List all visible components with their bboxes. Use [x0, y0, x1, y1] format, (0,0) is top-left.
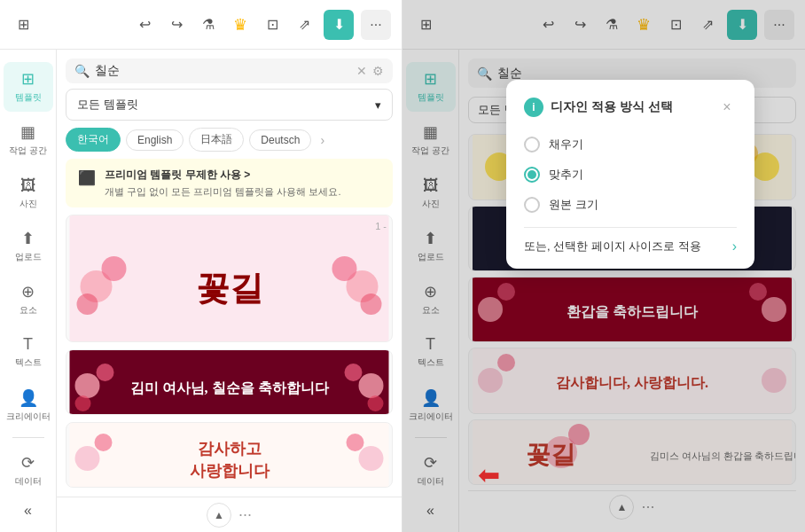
sidebar-item-creator[interactable]: 👤 크리에이터: [4, 380, 53, 430]
scroll-up-button[interactable]: ▲: [207, 503, 231, 528]
svg-point-17: [75, 446, 100, 471]
dropdown-label: 모든 템플릿: [77, 97, 138, 113]
sidebar-item-data[interactable]: ⟳ 데이터: [4, 445, 53, 495]
svg-point-5: [332, 256, 357, 281]
sidebar-label-photo: 사진: [20, 198, 37, 210]
collapse-sidebar-button[interactable]: «: [16, 498, 41, 523]
svg-point-6: [361, 293, 382, 315]
svg-point-20: [347, 434, 364, 451]
svg-point-11: [75, 395, 91, 411]
sidebar-item-photo[interactable]: 🖼 사진: [4, 168, 53, 218]
search-icon: 🔍: [74, 64, 90, 78]
radio-original[interactable]: [524, 197, 540, 213]
more-button[interactable]: ···: [361, 10, 391, 40]
lang-tab-german[interactable]: Deutsch: [249, 129, 311, 151]
data-icon: ⟳: [21, 453, 35, 473]
premium-banner[interactable]: ⬛ 프리미엄 템플릿 무제한 사용 > 개별 구입 없이 모든 프리미엄 템플릿…: [66, 159, 393, 207]
lang-tab-korean[interactable]: 한국어: [66, 128, 121, 152]
sidebar-label-upload: 업로드: [15, 251, 42, 263]
premium-title: 프리미엄 템플릿 무제한 사용 >: [105, 168, 340, 183]
template-icon: ⊞: [21, 69, 35, 89]
filter-icon[interactable]: ⚙: [372, 64, 384, 78]
elements-icon: ⊕: [21, 282, 35, 301]
premium-desc: 개별 구입 없이 모든 프리미엄 템플릿을 사용해 보세요.: [105, 185, 340, 199]
svg-point-3: [77, 293, 98, 315]
creator-icon: 👤: [19, 388, 38, 408]
beaker-icon[interactable]: ⚗: [196, 12, 221, 37]
apps-icon[interactable]: ⊞: [11, 12, 35, 37]
sidebar-label-workspace: 작업 공간: [9, 145, 47, 157]
modal-apply-row: 또는, 선택한 페이지 사이즈로 적용 ›: [524, 235, 737, 254]
left-sidebar: ⊞ 템플릿 ▦ 작업 공간 🖼 사진 ⬆ 업로드 ⊕ 요소 T 텍스트 👤 크리…: [0, 0, 57, 532]
svg-text:꽃길: 꽃길: [196, 270, 263, 307]
crown-icon[interactable]: ♛: [228, 12, 253, 37]
template-card-1[interactable]: 1 - 꽃길: [66, 215, 393, 342]
sidebar-item-workspace[interactable]: ▦ 작업 공간: [4, 115, 53, 165]
template-visual-1: 꽃길: [66, 215, 392, 342]
template-grid: ⬛ 프리미엄 템플릿 무제한 사용 > 개별 구입 없이 모든 프리미엄 템플릿…: [57, 159, 402, 497]
svg-point-13: [345, 364, 363, 381]
search-input[interactable]: [95, 64, 351, 78]
workspace-icon: ▦: [20, 122, 35, 142]
left-toolbar: ⊞ ↩ ↪ ⚗ ♛ ⊡ ⇗ ⬇ ···: [0, 0, 402, 50]
search-bar: 🔍 ✕ ⚙: [66, 59, 393, 83]
sidebar-label-elements: 요소: [20, 304, 37, 317]
svg-point-12: [359, 373, 384, 398]
modal-info-icon: i: [524, 98, 543, 117]
undo-button[interactable]: ↩: [132, 12, 157, 37]
download-button[interactable]: ⬇: [324, 10, 354, 40]
language-tabs: 한국어 English 日本語 Deutsch ›: [57, 128, 402, 159]
redo-button[interactable]: ↪: [164, 12, 189, 37]
option-original-label: 원본 크기: [549, 197, 598, 213]
modal-divider: [524, 227, 737, 228]
template-dropdown[interactable]: 모든 템플릿 ▾: [66, 89, 393, 121]
option-fit-label: 맞추기: [549, 167, 583, 183]
modal-title: 디자인 적용 방식 선택: [551, 99, 710, 115]
lang-tab-more-icon[interactable]: ›: [317, 129, 328, 151]
clear-search-button[interactable]: ✕: [356, 64, 367, 78]
left-panel: ⊞ ↩ ↪ ⚗ ♛ ⊡ ⇗ ⬇ ··· ⊞ 템플릿 ▦ 작업 공간 🖼 사진 ⬆…: [0, 0, 402, 532]
bottom-more-button[interactable]: ···: [238, 505, 252, 524]
premium-text-block: 프리미엄 템플릿 무제한 사용 > 개별 구입 없이 모든 프리미엄 템플릿을 …: [105, 168, 340, 199]
svg-point-14: [368, 395, 384, 411]
sidebar-item-text[interactable]: T 텍스트: [4, 327, 53, 377]
bottom-bar: ▲ ···: [57, 497, 402, 532]
option-fill-label: 채우기: [549, 137, 583, 153]
chevron-down-icon: ▾: [375, 98, 381, 112]
svg-point-18: [95, 434, 113, 451]
modal-option-original[interactable]: 원본 크기: [524, 190, 737, 220]
template-card-3[interactable]: 감사하고 사랑합니다: [66, 422, 393, 488]
premium-crown-icon: ⬛: [78, 169, 96, 186]
template-visual-2: 김미 여사님, 칠순을 축하합니다: [66, 350, 392, 415]
svg-point-9: [75, 373, 100, 398]
modal-option-fill[interactable]: 채우기: [524, 129, 737, 160]
design-apply-modal: i 디자인 적용 방식 선택 × 채우기 맞추기 원본 크기 또는, 선택한 페…: [506, 80, 754, 269]
svg-point-19: [359, 446, 384, 471]
template-visual-3: 감사하고 사랑합니다: [66, 423, 392, 488]
sidebar-item-elements[interactable]: ⊕ 요소: [4, 275, 53, 325]
modal-option-fit[interactable]: 맞추기: [524, 160, 737, 190]
left-main-content: 🔍 ✕ ⚙ 모든 템플릿 ▾ 한국어 English 日本語 Deutsch ›…: [57, 50, 402, 532]
radio-fit[interactable]: [524, 167, 540, 183]
svg-text:감사하고: 감사하고: [198, 440, 262, 458]
modal-close-button[interactable]: ×: [717, 98, 737, 117]
svg-point-2: [102, 256, 127, 281]
svg-text:사랑합니다: 사랑합니다: [190, 462, 270, 480]
svg-point-10: [97, 364, 114, 381]
sidebar-divider: [12, 437, 44, 438]
sidebar-item-upload[interactable]: ⬆ 업로드: [4, 222, 53, 271]
modal-apply-arrow-button[interactable]: ›: [732, 239, 737, 254]
modal-header: i 디자인 적용 방식 선택 ×: [524, 98, 737, 117]
svg-text:김미 여사님, 칠순을 축하합니다: 김미 여사님, 칠순을 축하합니다: [130, 380, 330, 395]
sidebar-label-text: 텍스트: [15, 356, 42, 369]
lang-tab-japanese[interactable]: 日本語: [189, 128, 244, 152]
template-card-2[interactable]: 김미 여사님, 칠순을 축하합니다: [66, 349, 393, 415]
template-dropdown-row: 모든 템플릿 ▾: [66, 89, 393, 121]
radio-fill[interactable]: [524, 137, 540, 153]
right-panel: ⊞ ↩ ↪ ⚗ ♛ ⊡ ⇗ ⬇ ··· ⊞ 템플릿 ▦ 작업 공간 🖼 사진 ⬆…: [402, 0, 805, 532]
save-icon[interactable]: ⊡: [260, 12, 285, 37]
lang-tab-english[interactable]: English: [126, 129, 184, 151]
modal-apply-text: 또는, 선택한 페이지 사이즈로 적용: [524, 239, 701, 254]
share-icon[interactable]: ⇗: [292, 12, 317, 37]
sidebar-item-template[interactable]: ⊞ 템플릿: [4, 62, 53, 112]
